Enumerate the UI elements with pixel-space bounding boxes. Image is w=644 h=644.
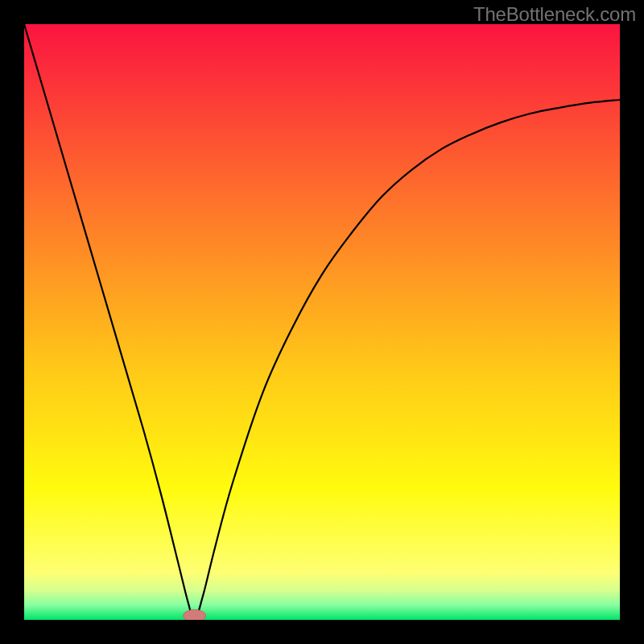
curve-path bbox=[24, 24, 620, 620]
chart-root: TheBottleneck.com bbox=[0, 0, 644, 644]
notch-marker bbox=[184, 609, 206, 620]
plot-area bbox=[24, 24, 620, 620]
bottleneck-curve bbox=[24, 24, 620, 620]
watermark-text: TheBottleneck.com bbox=[473, 3, 636, 26]
